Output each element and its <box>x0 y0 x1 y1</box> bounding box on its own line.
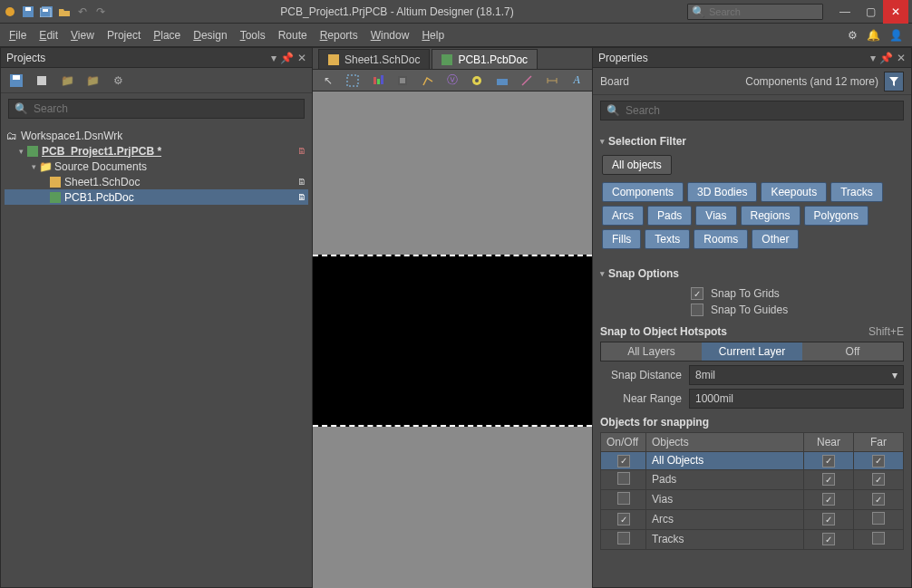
chip-pads[interactable]: Pads <box>647 206 692 226</box>
global-search-input[interactable] <box>709 6 819 17</box>
pin-icon[interactable]: 📌 <box>879 52 893 64</box>
collapse-icon[interactable]: ▾ <box>19 147 24 156</box>
pcb-canvas[interactable] <box>313 92 592 588</box>
chip-components[interactable]: Components <box>602 182 684 202</box>
checkbox[interactable] <box>691 287 703 300</box>
chip-keepouts[interactable]: Keepouts <box>761 182 827 202</box>
via-icon[interactable]: ⓥ <box>444 72 460 89</box>
text-icon[interactable]: A <box>569 72 585 89</box>
line-icon[interactable] <box>519 72 535 89</box>
tree-doc-sch[interactable]: Sheet1.SchDoc 🗎 <box>5 174 308 189</box>
folder-add-icon[interactable]: 📁 <box>84 72 101 89</box>
close-panel-icon[interactable]: ✕ <box>897 52 906 64</box>
bell-icon[interactable]: 🔔 <box>867 29 880 42</box>
snap-distance-select[interactable]: 8mil ▾ <box>689 365 904 385</box>
align-icon[interactable] <box>370 72 385 89</box>
dimension-icon[interactable] <box>544 72 559 89</box>
select-icon[interactable] <box>344 72 360 89</box>
save-all-icon[interactable] <box>40 5 53 18</box>
table-row[interactable]: Arcs <box>601 509 904 529</box>
col-header[interactable]: Near <box>804 433 854 452</box>
save-project-icon[interactable] <box>8 72 24 89</box>
checkbox[interactable] <box>617 492 630 505</box>
col-header[interactable]: On/Off <box>601 433 646 452</box>
chip-3d-bodies[interactable]: 3D Bodies <box>687 182 757 202</box>
col-header[interactable]: Objects <box>646 433 804 452</box>
tab-pcb1[interactable]: PCB1.PcbDoc <box>432 49 538 69</box>
tree-project[interactable]: ▾ PCB_Project1.PrjPCB * 🗎 <box>5 143 308 159</box>
checkbox[interactable] <box>822 455 835 468</box>
section-header[interactable]: Snap Options <box>600 267 904 280</box>
minimize-button[interactable]: — <box>832 0 858 24</box>
snap-to-guides-row[interactable]: Snap To Guides <box>600 302 904 318</box>
gear-icon[interactable]: ⚙ <box>848 29 858 42</box>
table-row[interactable]: Pads <box>601 469 904 489</box>
table-row[interactable]: Vias <box>601 489 904 509</box>
component-icon[interactable] <box>394 72 410 89</box>
menu-help[interactable]: Help <box>422 29 444 42</box>
menu-place[interactable]: Place <box>153 29 180 42</box>
context-scope[interactable]: Components (and 12 more) <box>745 75 878 88</box>
chip-fills[interactable]: Fills <box>602 229 641 249</box>
menu-view[interactable]: View <box>71 29 94 42</box>
checkbox[interactable] <box>617 513 630 525</box>
checkbox[interactable] <box>822 473 835 486</box>
menu-window[interactable]: Window <box>371 29 410 42</box>
menu-reports[interactable]: Reports <box>320 29 358 42</box>
menu-route[interactable]: Route <box>278 29 307 42</box>
filter-button[interactable] <box>884 72 904 92</box>
checkbox[interactable] <box>872 532 885 545</box>
pin-icon[interactable]: 📌 <box>280 52 294 64</box>
checkbox[interactable] <box>872 493 885 506</box>
chip-rooms[interactable]: Rooms <box>694 229 748 249</box>
open-icon[interactable] <box>58 5 71 18</box>
tree-folder[interactable]: ▾ 📁 Source Documents <box>5 159 308 174</box>
chip-polygons[interactable]: Polygons <box>804 206 868 226</box>
menu-tools[interactable]: Tools <box>240 29 266 42</box>
maximize-button[interactable]: ▢ <box>858 0 883 24</box>
seg-all-layers[interactable]: All Layers <box>601 342 702 361</box>
global-search[interactable]: 🔍 <box>687 4 823 20</box>
chip-all-objects[interactable]: All objects <box>602 155 672 175</box>
seg-off[interactable]: Off <box>802 342 903 361</box>
dropdown-icon[interactable]: ▾ <box>870 52 876 64</box>
table-row[interactable]: All Objects <box>601 452 904 470</box>
fill-icon[interactable] <box>494 72 509 89</box>
checkbox[interactable] <box>617 532 630 545</box>
properties-search[interactable]: 🔍 <box>600 101 904 120</box>
chip-tracks[interactable]: Tracks <box>830 182 883 202</box>
save-icon[interactable] <box>22 5 34 18</box>
menu-project[interactable]: Project <box>107 29 141 42</box>
checkbox[interactable] <box>872 455 885 468</box>
route-icon[interactable] <box>420 72 435 89</box>
checkbox[interactable] <box>617 455 630 468</box>
checkbox[interactable] <box>822 493 835 506</box>
checkbox[interactable] <box>691 304 703 316</box>
chip-arcs[interactable]: Arcs <box>602 206 644 226</box>
seg-current-layer[interactable]: Current Layer <box>702 342 802 361</box>
menu-design[interactable]: Design <box>193 29 227 42</box>
dropdown-icon[interactable]: ▾ <box>271 52 277 64</box>
tree-doc-pcb[interactable]: PCB1.PcbDoc 🗎 <box>5 189 308 205</box>
checkbox[interactable] <box>872 512 885 525</box>
section-header[interactable]: Selection Filter <box>600 135 904 148</box>
compile-icon[interactable] <box>34 72 50 89</box>
chip-texts[interactable]: Texts <box>645 229 690 249</box>
projects-search[interactable]: 🔍 <box>8 99 305 119</box>
close-panel-icon[interactable]: ✕ <box>297 52 306 64</box>
tree-workspace[interactable]: 🗂 Workspace1.DsnWrk <box>5 128 308 143</box>
table-row[interactable]: Tracks <box>601 529 904 549</box>
properties-search-input[interactable] <box>626 104 897 117</box>
projects-search-input[interactable] <box>34 102 298 115</box>
redo-icon[interactable]: ↷ <box>94 5 107 18</box>
chip-regions[interactable]: Regions <box>741 206 800 226</box>
folder-icon[interactable]: 📁 <box>59 72 75 89</box>
checkbox[interactable] <box>617 472 630 485</box>
checkbox[interactable] <box>872 473 885 486</box>
settings-icon[interactable]: ⚙ <box>110 72 126 89</box>
close-button[interactable]: ✕ <box>883 0 908 24</box>
checkbox[interactable] <box>822 533 835 545</box>
pointer-icon[interactable]: ↖ <box>320 72 335 89</box>
near-range-input[interactable] <box>689 389 904 409</box>
collapse-icon[interactable]: ▾ <box>32 162 36 171</box>
